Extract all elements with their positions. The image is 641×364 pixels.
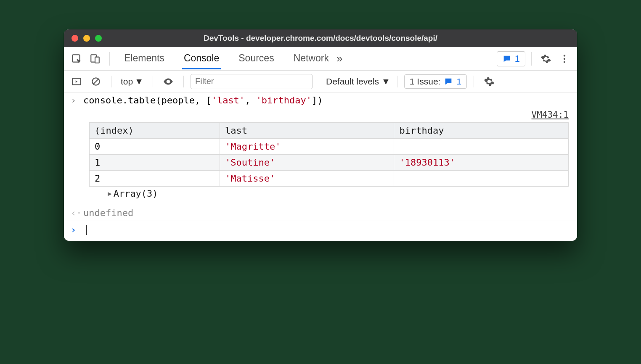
table-header-row: (index) last birthday bbox=[90, 123, 569, 139]
devtools-window: DevTools - developer.chrome.com/docs/dev… bbox=[64, 29, 577, 241]
separator bbox=[153, 76, 153, 87]
svg-point-5 bbox=[564, 61, 565, 63]
maximize-window-button[interactable] bbox=[95, 35, 102, 42]
chevron-down-icon: ▼ bbox=[135, 76, 143, 87]
toggle-sidebar-button[interactable] bbox=[68, 73, 85, 90]
sidebar-icon bbox=[71, 76, 82, 87]
table-cell: 'Magritte' bbox=[220, 139, 394, 155]
issues-label: 1 Issue: bbox=[410, 76, 441, 87]
input-chevron-icon: › bbox=[71, 95, 83, 106]
console-table: (index) last birthday 0 'Magritte' 1 'So… bbox=[89, 122, 569, 187]
issues-badge-count: 1 bbox=[515, 53, 520, 64]
log-levels-label: Default levels bbox=[326, 76, 379, 87]
devtools-tabbar: Elements Console Sources Network » 1 bbox=[64, 47, 577, 71]
separator bbox=[474, 76, 474, 87]
output-chevron-icon: ‹· bbox=[71, 208, 83, 218]
more-tabs-button[interactable]: » bbox=[332, 52, 347, 65]
array-expand-toggle[interactable]: ▶ Array(3) bbox=[89, 187, 569, 202]
live-expression-button[interactable] bbox=[160, 73, 177, 90]
separator bbox=[397, 76, 397, 87]
console-toolbar: top ▼ Default levels ▼ 1 Issue: 1 bbox=[64, 71, 577, 92]
clear-console-button[interactable] bbox=[87, 73, 104, 90]
console-return-row: ‹· undefined bbox=[64, 205, 577, 221]
separator bbox=[183, 76, 184, 87]
table-cell: 1 bbox=[90, 155, 220, 171]
tab-sources[interactable]: Sources bbox=[237, 48, 275, 69]
tab-elements[interactable]: Elements bbox=[122, 48, 166, 69]
table-header[interactable]: last bbox=[220, 123, 394, 139]
return-value: undefined bbox=[83, 208, 133, 218]
console-prompt[interactable]: › bbox=[64, 221, 577, 241]
chat-icon bbox=[444, 77, 453, 86]
settings-button[interactable] bbox=[538, 50, 554, 67]
more-options-button[interactable] bbox=[556, 50, 573, 67]
context-selector[interactable]: top ▼ bbox=[118, 76, 146, 87]
ban-icon bbox=[90, 76, 101, 87]
tab-network[interactable]: Network bbox=[292, 48, 331, 69]
table-cell: 0 bbox=[90, 139, 220, 155]
table-row: 2 'Matisse' bbox=[90, 171, 569, 187]
svg-rect-2 bbox=[95, 57, 99, 63]
eye-icon bbox=[163, 76, 174, 87]
svg-line-8 bbox=[93, 79, 99, 84]
table-cell bbox=[394, 139, 569, 155]
titlebar: DevTools - developer.chrome.com/docs/dev… bbox=[64, 29, 577, 47]
separator bbox=[531, 52, 532, 66]
table-row: 0 'Magritte' bbox=[90, 139, 569, 155]
close-window-button[interactable] bbox=[72, 35, 78, 42]
array-label: Array(3) bbox=[114, 188, 158, 199]
traffic-lights bbox=[72, 35, 102, 42]
filter-input[interactable] bbox=[191, 74, 313, 89]
triangle-right-icon: ▶ bbox=[108, 190, 112, 198]
issues-counter[interactable]: 1 Issue: 1 bbox=[404, 74, 467, 89]
chat-icon bbox=[502, 54, 511, 63]
svg-point-4 bbox=[564, 58, 565, 59]
separator bbox=[109, 52, 110, 66]
minimize-window-button[interactable] bbox=[83, 35, 90, 42]
separator bbox=[111, 76, 111, 87]
table-cell: 'Matisse' bbox=[220, 171, 394, 187]
table-row: 1 'Soutine' '18930113' bbox=[90, 155, 569, 171]
kebab-icon bbox=[559, 53, 570, 64]
console-output: › console.table(people, ['last', 'birthd… bbox=[64, 92, 577, 241]
table-cell: 'Soutine' bbox=[220, 155, 394, 171]
svg-point-3 bbox=[564, 55, 565, 56]
context-label: top bbox=[121, 76, 133, 87]
tab-console[interactable]: Console bbox=[182, 48, 221, 69]
panel-tabs: Elements Console Sources Network bbox=[122, 48, 331, 69]
gear-icon bbox=[484, 76, 495, 87]
chevron-down-icon: ▼ bbox=[381, 76, 390, 87]
text-caret bbox=[86, 225, 87, 235]
console-table-wrap: (index) last birthday 0 'Magritte' 1 'So… bbox=[64, 122, 577, 205]
issues-count: 1 bbox=[456, 76, 461, 87]
source-link[interactable]: VM434:1 bbox=[64, 108, 577, 122]
inspect-element-icon[interactable] bbox=[68, 50, 85, 67]
table-header[interactable]: (index) bbox=[90, 123, 220, 139]
table-cell bbox=[394, 171, 569, 187]
prompt-chevron-icon: › bbox=[71, 224, 83, 235]
device-toolbar-icon[interactable] bbox=[87, 50, 103, 67]
console-input-echo: › console.table(people, ['last', 'birthd… bbox=[64, 92, 577, 108]
executed-code: console.table(people, ['last', 'birthday… bbox=[83, 95, 323, 106]
table-cell: '18930113' bbox=[394, 155, 569, 171]
log-levels-selector[interactable]: Default levels ▼ bbox=[326, 76, 390, 87]
gear-icon bbox=[540, 53, 551, 64]
console-settings-button[interactable] bbox=[481, 73, 498, 90]
table-header[interactable]: birthday bbox=[394, 123, 569, 139]
table-cell: 2 bbox=[90, 171, 220, 187]
window-title: DevTools - developer.chrome.com/docs/dev… bbox=[64, 34, 577, 43]
issues-badge[interactable]: 1 bbox=[497, 51, 525, 66]
